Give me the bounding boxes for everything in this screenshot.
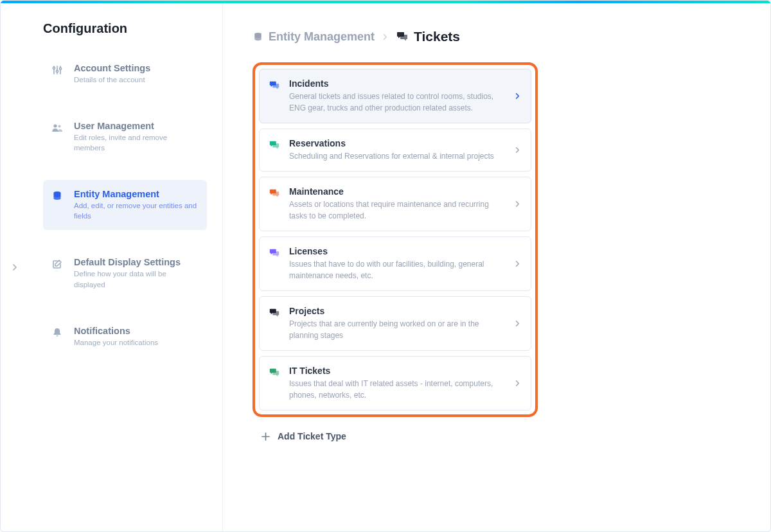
chat-bubbles-icon: [269, 186, 280, 199]
database-icon: [253, 31, 263, 42]
sidebar-item-default-display-settings[interactable]: Default Display Settings Define how your…: [43, 248, 207, 298]
expand-chevron-icon[interactable]: [12, 264, 18, 270]
sidebar-item-label: Account Settings: [74, 63, 199, 73]
ticket-type-title: Incidents: [289, 78, 506, 89]
ticket-type-title: Projects: [289, 306, 506, 316]
chevron-right-icon: [382, 34, 388, 40]
svg-point-3: [56, 70, 58, 72]
sidebar-item-sub: Edit roles, invite and remove members: [74, 132, 199, 153]
ticket-type-desc: Projects that are currently being worked…: [289, 318, 506, 341]
bell-icon: [51, 326, 64, 348]
add-ticket-type-button[interactable]: Add Ticket Type: [253, 431, 538, 441]
database-icon: [51, 189, 64, 221]
chat-bubbles-icon: [269, 138, 280, 151]
chevron-right-icon: [515, 321, 520, 326]
breadcrumb: Entity Management Tickets: [253, 29, 741, 44]
chevron-right-icon: [515, 261, 520, 267]
ticket-type-list: IncidentsGeneral tickets and issues rela…: [259, 69, 531, 411]
ticket-type-title: IT Tickets: [289, 366, 506, 376]
sliders-icon: [51, 63, 64, 85]
edit-square-icon: [51, 257, 64, 289]
sidebar-item-label: Entity Management: [74, 189, 199, 199]
svg-point-7: [58, 125, 61, 128]
breadcrumb-current: Tickets: [396, 29, 460, 44]
ticket-type-card[interactable]: IT TicketsIssues that deal with IT relat…: [259, 356, 531, 411]
sidebar-item-label: Default Display Settings: [74, 257, 199, 267]
ticket-type-desc: Issues that have to do with our faciliti…: [289, 258, 506, 281]
ticket-type-title: Licenses: [289, 246, 506, 256]
chevron-right-icon: [515, 201, 520, 207]
add-ticket-type-label: Add Ticket Type: [278, 431, 346, 441]
sidebar-item-label: Notifications: [74, 326, 199, 336]
sidebar-collapse-rail: [1, 3, 29, 531]
sidebar-item-entity-management[interactable]: Entity Management Add, edit, or remove y…: [43, 180, 207, 230]
chat-bubbles-icon: [269, 306, 280, 319]
chevron-right-icon: [515, 93, 520, 99]
sidebar-item-sub: Define how your data will be displayed: [74, 269, 199, 289]
ticket-type-desc: Scheduling and Reservations for external…: [289, 150, 506, 162]
ticket-type-desc: Issues that deal with IT related assets …: [289, 378, 506, 401]
main-content: Entity Management Tickets IncidentsGener…: [223, 3, 770, 531]
sidebar-item-sub: Add, edit, or remove your entities and f…: [74, 200, 199, 221]
ticket-type-desc: Assets or locations that require mainten…: [289, 199, 506, 222]
sidebar-item-sub: Details of the account: [74, 75, 199, 85]
sidebar-item-sub: Manage your notifications: [74, 337, 199, 348]
chat-bubbles-icon: [269, 246, 280, 259]
chat-bubbles-icon: [396, 30, 409, 43]
sidebar-item-user-management[interactable]: User Management Edit roles, invite and r…: [43, 112, 207, 162]
breadcrumb-parent[interactable]: Entity Management: [253, 30, 375, 44]
sidebar-item-label: User Management: [74, 121, 199, 131]
svg-point-5: [59, 67, 61, 69]
ticket-type-card[interactable]: ReservationsScheduling and Reservations …: [259, 129, 531, 172]
chevron-right-icon: [515, 380, 520, 386]
svg-point-6: [53, 124, 57, 127]
ticket-type-card[interactable]: LicensesIssues that have to do with our …: [259, 236, 531, 291]
ticket-type-title: Reservations: [289, 138, 506, 148]
sidebar-item-account-settings[interactable]: Account Settings Details of the account: [43, 54, 207, 94]
sidebar-title: Configuration: [43, 21, 207, 36]
breadcrumb-parent-label: Entity Management: [269, 30, 375, 44]
highlight-annotation: IncidentsGeneral tickets and issues rela…: [253, 62, 538, 417]
sidebar-item-notifications[interactable]: Notifications Manage your notifications: [43, 317, 207, 357]
chat-bubbles-icon: [269, 366, 280, 378]
ticket-type-title: Maintenance: [289, 186, 506, 197]
users-icon: [51, 121, 64, 153]
ticket-type-card[interactable]: IncidentsGeneral tickets and issues rela…: [259, 69, 531, 123]
breadcrumb-current-label: Tickets: [414, 29, 460, 44]
ticket-type-card[interactable]: MaintenanceAssets or locations that requ…: [259, 177, 531, 231]
plus-icon: [261, 432, 270, 441]
svg-point-1: [53, 67, 55, 69]
chevron-right-icon: [515, 147, 520, 153]
chat-bubbles-icon: [269, 78, 280, 91]
ticket-type-card[interactable]: ProjectsProjects that are currently bein…: [259, 296, 531, 351]
sidebar: Configuration Account Settings Details o…: [29, 3, 223, 531]
ticket-type-desc: General tickets and issues related to co…: [289, 91, 506, 114]
